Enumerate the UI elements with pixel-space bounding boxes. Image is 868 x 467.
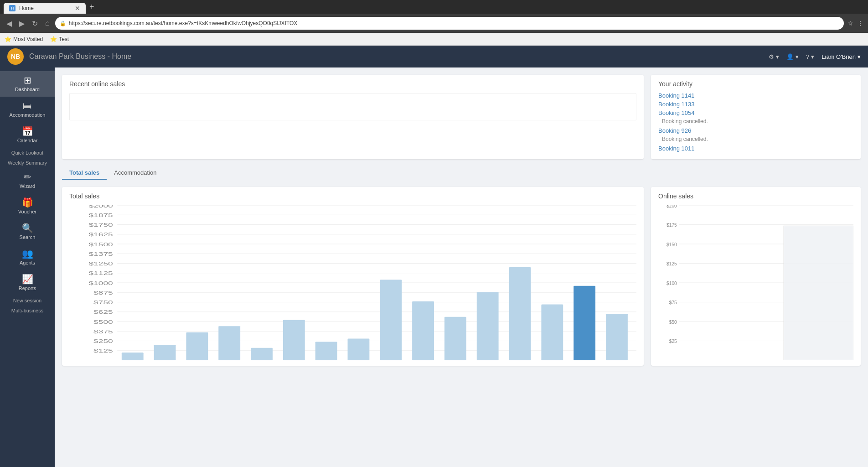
- sidebar-item-agents[interactable]: 👥 Agents: [0, 244, 55, 270]
- bookmark-icon: ⭐: [50, 36, 57, 42]
- svg-rect-33: [122, 353, 144, 360]
- back-button[interactable]: ◀: [5, 17, 14, 30]
- svg-text:$175: $175: [666, 222, 677, 228]
- online-sales-chart-svg: $200 $175 $150 $125 $100 $75 $50 $25: [658, 205, 853, 360]
- svg-rect-48: [606, 314, 628, 360]
- sidebar-item-calendar[interactable]: 📅 Calendar: [0, 122, 55, 148]
- settings-icon: ⚙: [769, 53, 774, 60]
- sidebar-label-quick-lookout: Quick Lookout: [11, 150, 43, 156]
- booking-1054-link[interactable]: Booking 1054: [658, 109, 853, 116]
- user-icon-button[interactable]: 👤 ▾: [786, 53, 799, 60]
- svg-rect-34: [154, 345, 176, 360]
- calendar-icon: 📅: [22, 127, 33, 136]
- reports-icon: 📈: [22, 275, 33, 284]
- browser-toolbar: ◀ ▶ ↻ ⌂ 🔒 https://secure.netbookings.com…: [0, 14, 868, 33]
- app-body: ⊞ Dashboard 🛏 Accommodation 📅 Calendar Q…: [0, 67, 868, 467]
- user-dropdown-arrow: ▾: [796, 53, 799, 60]
- booking-926-link[interactable]: Booking 926: [658, 127, 853, 134]
- app-header-right: ⚙ ▾ 👤 ▾ ? ▾ Liam O'Brien ▾: [769, 53, 861, 60]
- refresh-button[interactable]: ↻: [30, 17, 40, 30]
- settings-dropdown-arrow: ▾: [776, 53, 779, 60]
- tab-total-sales[interactable]: Total sales: [62, 166, 107, 180]
- svg-text:$1500: $1500: [88, 241, 113, 247]
- booking-1011-link[interactable]: Booking 1011: [658, 145, 853, 152]
- wizard-icon: ✏: [24, 172, 31, 182]
- user-menu[interactable]: Liam O'Brien ▾: [822, 53, 861, 60]
- charts-row: Total sales: [62, 187, 861, 366]
- app-header: NB Caravan Park Business - Home ⚙ ▾ 👤 ▾ …: [0, 46, 868, 67]
- sidebar: ⊞ Dashboard 🛏 Accommodation 📅 Calendar Q…: [0, 67, 55, 467]
- browser-chrome: H Home ✕ + ◀ ▶ ↻ ⌂ 🔒 https://secure.netb…: [0, 0, 868, 33]
- svg-text:$750: $750: [93, 300, 113, 305]
- online-sales-chart-card: Online sales: [651, 187, 861, 366]
- svg-text:$875: $875: [93, 290, 113, 296]
- main-content: Recent online sales Your activity Bookin…: [55, 67, 868, 467]
- svg-text:$250: $250: [93, 338, 113, 344]
- tab-close-button[interactable]: ✕: [75, 5, 80, 11]
- sidebar-label-calendar: Calendar: [17, 138, 38, 143]
- forward-button[interactable]: ▶: [17, 17, 26, 30]
- tab-accommodation[interactable]: Accommodation: [107, 166, 164, 180]
- page-name: Home: [112, 52, 131, 60]
- sidebar-label-search: Search: [20, 234, 36, 240]
- svg-text:$150: $150: [666, 241, 677, 247]
- recent-sales-card: Recent online sales: [62, 75, 644, 159]
- settings-button[interactable]: ⚙ ▾: [769, 53, 779, 60]
- app-logo: NB: [7, 48, 24, 65]
- sidebar-label-accommodation: Accommodation: [10, 112, 46, 118]
- svg-text:$200: $200: [666, 205, 677, 208]
- sidebar-label-agents: Agents: [20, 260, 35, 265]
- star-icon[interactable]: ☆: [847, 20, 853, 27]
- sidebar-item-multi-business[interactable]: Multi-business: [0, 306, 55, 316]
- lock-icon: 🔒: [60, 21, 66, 26]
- total-sales-chart-area: $2000 $1875 $1750 $1625 $1500 $1375 $125…: [69, 205, 636, 360]
- bookmarks-bar: ⭐ Most Visited ⭐ Test: [0, 33, 868, 46]
- svg-rect-42: [412, 301, 434, 360]
- sidebar-item-accommodation[interactable]: 🛏 Accommodation: [0, 97, 55, 122]
- help-dropdown-arrow: ▾: [811, 53, 814, 60]
- tab-title: Home: [19, 5, 34, 11]
- total-sales-chart-svg: $2000 $1875 $1750 $1625 $1500 $1375 $125…: [69, 205, 636, 360]
- sidebar-label-reports: Reports: [19, 285, 36, 291]
- url-text: https://secure.netbookings.com.au/test/h…: [69, 20, 298, 26]
- menu-icon[interactable]: ⋮: [857, 20, 863, 27]
- total-sales-chart-title: Total sales: [69, 192, 636, 200]
- help-button[interactable]: ? ▾: [806, 53, 814, 60]
- svg-rect-40: [348, 338, 370, 360]
- sidebar-item-search[interactable]: 🔍 Search: [0, 219, 55, 244]
- svg-rect-46: [541, 305, 563, 360]
- sidebar-label-voucher: Voucher: [18, 209, 36, 214]
- new-tab-button[interactable]: +: [86, 2, 98, 12]
- svg-text:$625: $625: [93, 309, 113, 315]
- sidebar-item-new-session[interactable]: New session: [0, 296, 55, 306]
- browser-tab-home[interactable]: H Home ✕: [4, 3, 86, 14]
- app-name: Caravan Park Business: [29, 52, 105, 60]
- sidebar-item-reports[interactable]: 📈 Reports: [0, 270, 55, 296]
- svg-text:$1250: $1250: [88, 261, 113, 266]
- recent-sales-content: [69, 93, 636, 120]
- app-header-left: NB Caravan Park Business - Home: [7, 48, 131, 65]
- recent-sales-title: Recent online sales: [69, 80, 636, 88]
- sidebar-item-wizard[interactable]: ✏ Wizard: [0, 168, 55, 193]
- sidebar-item-quick-lookout[interactable]: Quick Lookout: [0, 148, 55, 158]
- sidebar-item-dashboard[interactable]: ⊞ Dashboard: [0, 71, 55, 97]
- top-row: Recent online sales Your activity Bookin…: [62, 75, 861, 159]
- accommodation-icon: 🛏: [23, 101, 32, 110]
- sidebar-item-weekly-summary[interactable]: Weekly Summary: [0, 158, 55, 168]
- online-sales-chart-title: Online sales: [658, 192, 853, 200]
- address-bar[interactable]: 🔒 https://secure.netbookings.com.au/test…: [55, 17, 844, 30]
- sidebar-label-multi-business: Multi-business: [11, 308, 43, 313]
- svg-rect-47: [574, 286, 595, 360]
- svg-text:$125: $125: [666, 261, 677, 267]
- user-avatar-icon: 👤: [786, 53, 794, 60]
- booking-1133-link[interactable]: Booking 1133: [658, 101, 853, 108]
- booking-1141-link[interactable]: Booking 1141: [658, 92, 853, 99]
- svg-text:$75: $75: [669, 300, 677, 306]
- sidebar-label-weekly-summary: Weekly Summary: [8, 160, 47, 166]
- svg-text:$1875: $1875: [88, 213, 113, 218]
- sidebar-item-voucher[interactable]: 🎁 Voucher: [0, 193, 55, 219]
- svg-rect-39: [315, 342, 337, 360]
- bookmark-test[interactable]: ⭐ Test: [50, 36, 69, 42]
- home-button[interactable]: ⌂: [43, 17, 52, 29]
- bookmark-most-visited[interactable]: ⭐ Most Visited: [5, 36, 43, 42]
